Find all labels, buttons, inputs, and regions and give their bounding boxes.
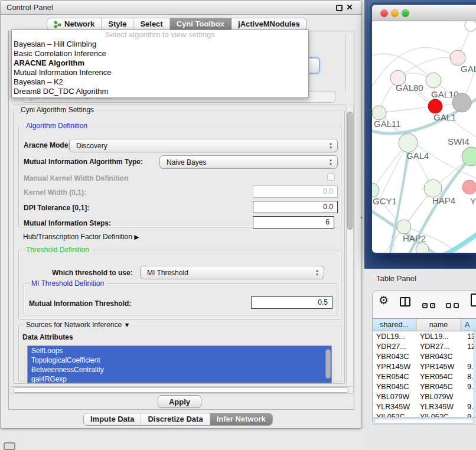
table-cell[interactable]: YBR043C bbox=[416, 353, 461, 361]
float-window-icon[interactable] bbox=[336, 5, 343, 11]
network-window-titlebar[interactable] bbox=[372, 5, 476, 21]
dpi-tolerance-field[interactable]: 0.0 bbox=[253, 201, 338, 213]
table-cell[interactable]: YER054C bbox=[373, 373, 416, 381]
zoom-traffic-light-icon[interactable] bbox=[402, 9, 409, 17]
panel-splitter-handle[interactable]: ◄ bbox=[359, 216, 363, 220]
table-cell[interactable]: YLR345W bbox=[416, 403, 461, 411]
hide-columns-icon[interactable] bbox=[446, 300, 461, 311]
network-node[interactable] bbox=[372, 183, 379, 197]
table-cell[interactable]: YBR043C bbox=[373, 353, 416, 361]
table-cell[interactable]: 8. bbox=[461, 373, 473, 381]
show-columns-icon[interactable] bbox=[422, 300, 438, 311]
table-cell[interactable]: 9. bbox=[461, 383, 473, 391]
aracne-mode-combobox[interactable]: Discovery ▲▼ bbox=[69, 139, 338, 152]
algorithm-option[interactable]: Dream8 DC_TDC Algorithm bbox=[12, 87, 308, 96]
algorithm-option[interactable]: Bayesian – Hill Climbing bbox=[12, 40, 308, 49]
network-node[interactable] bbox=[372, 106, 386, 120]
file-icon[interactable] bbox=[471, 294, 476, 306]
tab-discretize-data[interactable]: Discretize Data bbox=[141, 413, 210, 425]
table-cell[interactable]: YBR045C bbox=[373, 383, 416, 391]
apply-button[interactable]: Apply bbox=[158, 395, 201, 408]
algorithm-option[interactable]: ARACNE Algorithm bbox=[12, 58, 308, 68]
close-traffic-light-icon[interactable] bbox=[380, 9, 388, 17]
table-row[interactable]: YDR27...YDR27...12 bbox=[373, 341, 476, 351]
table-row[interactable]: YBL079WYBL079W bbox=[373, 392, 476, 402]
table-cell[interactable]: YBL079W bbox=[373, 393, 416, 401]
algorithm-option[interactable]: Mutual Information Inference bbox=[12, 68, 308, 77]
data-attribute-item[interactable]: TopologicalCoefficient bbox=[28, 356, 331, 365]
node-label: GCY1 bbox=[373, 196, 397, 206]
tab-network[interactable]: Network bbox=[47, 18, 102, 30]
table-cell[interactable]: YDL19... bbox=[416, 332, 461, 341]
tab-infer-network[interactable]: Infer Network bbox=[210, 413, 272, 425]
tab-style[interactable]: Style bbox=[102, 18, 133, 30]
tab-jactivemnodules[interactable]: jActiveMNodules bbox=[232, 18, 307, 30]
table-cell[interactable]: YLR345W bbox=[373, 403, 416, 411]
network-node[interactable] bbox=[397, 220, 411, 234]
network-edge[interactable] bbox=[379, 106, 435, 113]
application-window: Control Panel ✕ Network Style Select Cyn… bbox=[0, 0, 476, 450]
network-node[interactable] bbox=[465, 21, 476, 31]
groupbox-border-fragment bbox=[345, 34, 346, 90]
network-node[interactable] bbox=[399, 133, 418, 152]
node-label: GAL4 bbox=[406, 151, 429, 161]
table-cell[interactable]: YPR145W bbox=[416, 363, 461, 371]
hub-definition-label: Hub/Transcription Factor Definition bbox=[23, 233, 132, 241]
table-row[interactable]: YBR045CYBR045C9. bbox=[373, 381, 476, 392]
mi-threshold-field[interactable]: 0.5 bbox=[251, 296, 332, 309]
table-row[interactable]: YER054CYER054C8. bbox=[373, 371, 476, 381]
close-icon[interactable]: ✕ bbox=[346, 2, 353, 12]
minimized-panel-icon[interactable] bbox=[4, 442, 15, 450]
list-scrollbar-thumb[interactable] bbox=[325, 349, 331, 379]
table-horizontal-scrollbar[interactable] bbox=[373, 417, 476, 425]
settings-vertical-scrollbar-thumb[interactable] bbox=[347, 112, 353, 230]
table-cell[interactable]: 9. bbox=[461, 363, 473, 371]
tab-select[interactable]: Select bbox=[133, 18, 169, 30]
network-node[interactable] bbox=[426, 73, 441, 88]
mi-steps-field[interactable]: 6 bbox=[253, 216, 334, 229]
sources-expander[interactable]: Sources for Network Inference ▼ bbox=[24, 321, 132, 329]
which-threshold-combobox[interactable]: MI Threshold ▲▼ bbox=[140, 266, 324, 279]
tab-impute-data[interactable]: Impute Data bbox=[84, 413, 141, 425]
table-cell[interactable]: YPR145W bbox=[373, 363, 416, 371]
algorithm-option[interactable]: Bayesian – K2 bbox=[12, 77, 308, 87]
split-columns-icon[interactable] bbox=[400, 297, 410, 306]
data-attribute-item[interactable]: SelfLoops bbox=[28, 346, 331, 356]
unchecked-box-icon bbox=[454, 303, 459, 308]
data-attribute-item[interactable]: gal4RGexp bbox=[28, 374, 331, 383]
mi-algorithm-type-combobox[interactable]: Naive Bayes ▲▼ bbox=[159, 155, 338, 169]
algorithm-definition-group: Algorithm Definition Aracne Mode: Discov… bbox=[18, 126, 341, 227]
table-cell[interactable]: YDL19... bbox=[373, 332, 416, 341]
network-node[interactable] bbox=[424, 180, 442, 197]
network-node[interactable] bbox=[462, 180, 476, 194]
table-cell[interactable]: 9. bbox=[461, 403, 473, 411]
table-row[interactable]: YBR043CYBR043C bbox=[373, 351, 476, 361]
hub-definition-expander[interactable]: Hub/Transcription Factor Definition ▶ bbox=[23, 233, 139, 241]
minimize-traffic-light-icon[interactable] bbox=[391, 9, 399, 17]
network-node[interactable] bbox=[452, 93, 471, 112]
tab-cyni-toolbox[interactable]: Cyni Toolbox bbox=[170, 18, 232, 30]
settings-horizontal-scrollbar-thumb[interactable] bbox=[12, 387, 349, 393]
node-label: HAP2 bbox=[403, 233, 426, 243]
table-cell[interactable]: YDR27... bbox=[373, 343, 416, 351]
column-header-partial[interactable]: A bbox=[461, 319, 476, 331]
table-row[interactable]: YPR145WYPR145W9. bbox=[373, 361, 476, 371]
table-cell[interactable]: YBR045C bbox=[416, 383, 461, 391]
data-attribute-item[interactable]: BetweennessCentrality bbox=[28, 365, 331, 374]
column-header-name[interactable]: name bbox=[416, 319, 461, 331]
table-horizontal-scrollbar-thumb[interactable] bbox=[374, 419, 474, 423]
table-row[interactable]: YLR345WYLR345W9. bbox=[373, 402, 476, 412]
algorithm-option[interactable]: Basic Correlation Inference bbox=[12, 49, 308, 58]
data-attributes-list[interactable]: SelfLoopsTopologicalCoefficientBetweenne… bbox=[27, 345, 332, 383]
column-header-shared[interactable]: shared... bbox=[373, 319, 416, 331]
manual-kernel-width-checkbox[interactable] bbox=[327, 173, 335, 181]
table-row[interactable]: YDL19...YDL19...13 bbox=[373, 331, 476, 341]
network-node[interactable] bbox=[416, 243, 429, 253]
network-node[interactable] bbox=[428, 99, 442, 113]
network-canvas[interactable]: GALGAL80GAL10GAL1GAL11GAL4SWI4GCY1HAP4YH… bbox=[372, 21, 476, 253]
gear-icon[interactable]: ⚙ bbox=[379, 294, 389, 307]
table-cell[interactable]: YER054C bbox=[416, 373, 461, 381]
kernel-width-field[interactable]: 0.0 bbox=[253, 185, 338, 198]
table-cell[interactable]: YDR27... bbox=[416, 343, 461, 351]
table-cell[interactable]: YBL079W bbox=[416, 393, 461, 401]
